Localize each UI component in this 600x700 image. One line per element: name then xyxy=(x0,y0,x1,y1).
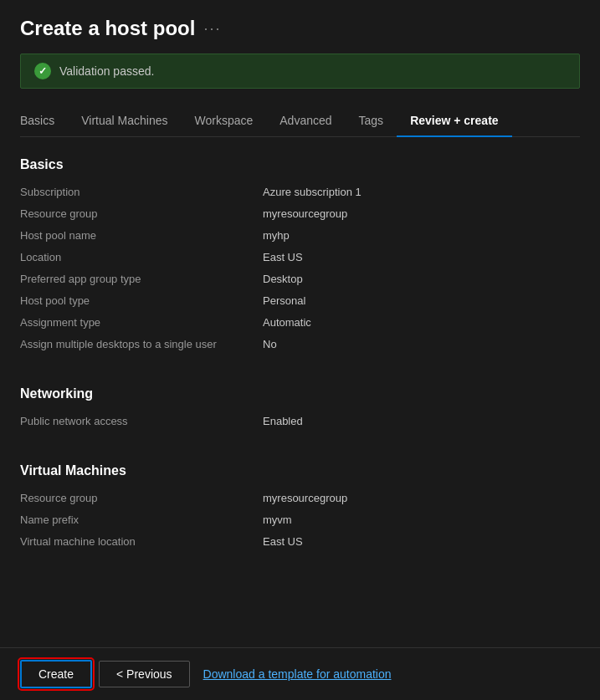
detail-label: Name prefix xyxy=(20,514,263,526)
bottom-bar: Create < Previous Download a template fo… xyxy=(0,647,600,700)
detail-label: Resource group xyxy=(20,207,263,220)
tab-review-create[interactable]: Review + create xyxy=(397,105,511,137)
detail-value: East US xyxy=(263,251,580,263)
detail-value: myvm xyxy=(263,514,580,526)
detail-value: myhp xyxy=(263,229,580,242)
section-title-networking: Networking xyxy=(20,386,580,401)
detail-row-basics-4: Preferred app group typeDesktop xyxy=(20,269,580,291)
tab-virtual-machines[interactable]: Virtual Machines xyxy=(68,105,181,137)
detail-value: Personal xyxy=(263,294,580,307)
detail-row-virtual-machines-1: Name prefixmyvm xyxy=(20,510,580,532)
tab-tags[interactable]: Tags xyxy=(346,105,397,137)
detail-row-basics-7: Assign multiple desktops to a single use… xyxy=(20,335,580,356)
more-options-icon[interactable]: ··· xyxy=(203,20,221,38)
validation-text: Validation passed. xyxy=(59,64,154,78)
detail-label: Assign multiple desktops to a single use… xyxy=(20,338,263,350)
detail-value: Azure subscription 1 xyxy=(263,186,580,198)
detail-row-virtual-machines-2: Virtual machine locationEast US xyxy=(20,532,580,554)
detail-row-basics-1: Resource groupmyresourcegroup xyxy=(20,204,580,226)
content-area: BasicsSubscriptionAzure subscription 1Re… xyxy=(20,157,580,612)
tabs-nav: BasicsVirtual MachinesWorkspaceAdvancedT… xyxy=(20,105,580,137)
detail-label: Assignment type xyxy=(20,316,263,329)
validation-banner: Validation passed. xyxy=(20,54,580,89)
section-title-basics: Basics xyxy=(20,157,580,172)
detail-value: East US xyxy=(263,535,580,548)
detail-label: Preferred app group type xyxy=(20,273,263,285)
detail-value: No xyxy=(263,338,580,350)
section-title-virtual-machines: Virtual Machines xyxy=(20,463,580,478)
check-icon xyxy=(34,63,51,79)
detail-label: Location xyxy=(20,251,263,263)
detail-row-basics-6: Assignment typeAutomatic xyxy=(20,313,580,335)
page-title: Create a host pool xyxy=(20,17,195,40)
detail-row-virtual-machines-0: Resource groupmyresourcegroup xyxy=(20,488,580,510)
detail-row-basics-0: SubscriptionAzure subscription 1 xyxy=(20,182,580,204)
detail-row-basics-3: LocationEast US xyxy=(20,248,580,269)
detail-label: Host pool name xyxy=(20,229,263,242)
detail-value: myresourcegroup xyxy=(263,207,580,220)
detail-value: myresourcegroup xyxy=(263,492,580,504)
detail-value: Automatic xyxy=(263,316,580,329)
tab-basics[interactable]: Basics xyxy=(20,105,68,137)
download-template-link[interactable]: Download a template for automation xyxy=(203,667,392,681)
detail-label: Subscription xyxy=(20,186,263,198)
detail-label: Host pool type xyxy=(20,294,263,307)
detail-value: Desktop xyxy=(263,273,580,285)
previous-button[interactable]: < Previous xyxy=(99,661,190,687)
detail-label: Public network access xyxy=(20,415,263,427)
detail-value: Enabled xyxy=(263,415,580,427)
detail-row-basics-2: Host pool namemyhp xyxy=(20,226,580,248)
tab-workspace[interactable]: Workspace xyxy=(181,105,266,137)
tab-advanced[interactable]: Advanced xyxy=(266,105,345,137)
detail-label: Resource group xyxy=(20,492,263,504)
detail-row-networking-0: Public network accessEnabled xyxy=(20,411,580,433)
detail-label: Virtual machine location xyxy=(20,535,263,548)
detail-row-basics-5: Host pool typePersonal xyxy=(20,291,580,313)
create-button[interactable]: Create xyxy=(20,660,92,688)
